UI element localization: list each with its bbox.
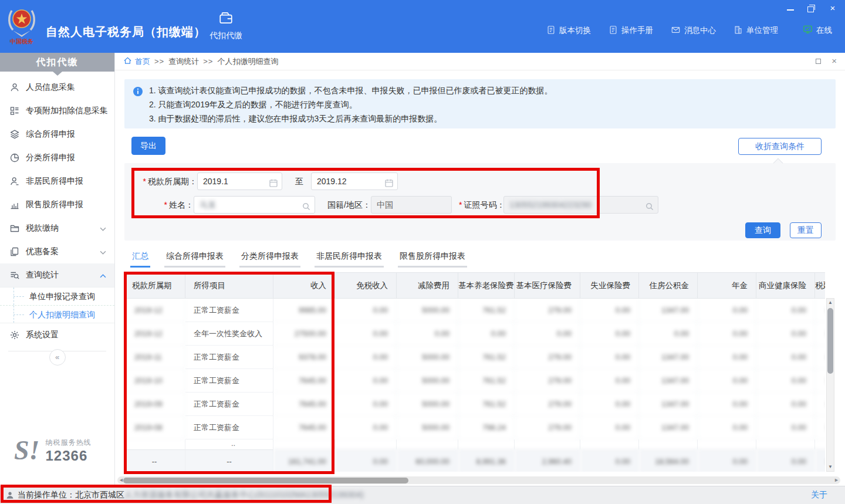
table-cell: 全年一次性奖金收入 xyxy=(185,322,273,346)
sidebar-item-3[interactable]: 分类所得申报 xyxy=(0,146,114,170)
top-link-4[interactable]: 在线 xyxy=(803,25,832,36)
table-cell: 5000.00 xyxy=(397,369,458,393)
horizontal-scrollbar[interactable]: ◄ ► xyxy=(117,476,840,484)
period-end-input[interactable]: 2019.12 xyxy=(311,172,398,190)
sidebar-item-1[interactable]: 专项附加扣除信息采集 xyxy=(0,99,114,123)
sidebar-header: 代扣代缴 xyxy=(0,53,114,72)
notice-line-3: 3. 由于数据处理的滞后性，建议您在申报成功3天之后再来查询最新的申报数据。 xyxy=(149,111,826,126)
tab-2[interactable]: 分类所得申报表 xyxy=(239,248,300,268)
tax-emblem-logo: 中国税务 xyxy=(6,5,38,48)
table-row: 2019-11正常工资薪金9378.000.005000.00761.52279… xyxy=(124,346,825,369)
top-link-2[interactable]: 消息中心 xyxy=(671,25,716,36)
panel-maximize-button[interactable] xyxy=(816,59,821,64)
chevron-down-icon xyxy=(100,247,106,256)
window-close-button[interactable]: × xyxy=(829,5,837,12)
tab-0[interactable]: 汇总 xyxy=(130,248,150,268)
table-cell: 0.00 xyxy=(815,346,825,369)
id-number-label: *证照号码： xyxy=(459,196,503,214)
column-header-10: 商业健康保险 xyxy=(756,273,815,298)
current-unit-label: 当前操作单位：北京市西城区 xyxy=(18,490,124,500)
table-cell: 0.00 xyxy=(639,322,698,346)
sidebar-subitem-1[interactable]: 个人扣缴明细查询 xyxy=(0,305,114,323)
table-cell: 1347.00 xyxy=(639,369,698,393)
collapse-filters-button[interactable]: 收折查询条件 xyxy=(738,138,822,155)
tab-3[interactable]: 非居民所得申报表 xyxy=(315,248,384,268)
gear-icon xyxy=(9,330,21,340)
column-header-4: 减除费用 xyxy=(397,273,458,298)
tab-4[interactable]: 限售股所得申报表 xyxy=(398,248,467,268)
scroll-down-arrow[interactable]: ▼ xyxy=(827,464,834,471)
breadcrumb-item-query-stats[interactable]: 查询统计 xyxy=(168,56,199,67)
calendar-icon[interactable] xyxy=(384,177,394,193)
export-button[interactable]: 导出 xyxy=(131,137,165,155)
breadcrumb: 首页 >> 查询统计 >> 个人扣缴明细查询 × xyxy=(115,53,845,70)
window-restore-button[interactable] xyxy=(807,5,816,12)
search-icon[interactable] xyxy=(645,200,654,217)
sidebar-item-6[interactable]: 税款缴纳 xyxy=(0,217,114,240)
sidebar-item-7[interactable]: 优惠备案 xyxy=(0,240,114,263)
table-cell: 7645.00 xyxy=(273,369,335,393)
table-cell: 9985.00 xyxy=(273,299,335,322)
module-tab-daikou[interactable]: 代扣代缴 xyxy=(207,11,245,41)
about-link[interactable]: 关于 xyxy=(811,490,827,500)
scroll-up-arrow[interactable]: ▲ xyxy=(827,299,834,306)
breadcrumb-home[interactable]: 首页 xyxy=(123,56,150,67)
table-row: ----161,741.000.0060,000.008,991.362,960… xyxy=(124,449,825,472)
sidebar-subitem-0[interactable]: 单位申报记录查询 xyxy=(0,287,114,305)
sidebar-item-9[interactable]: 系统设置 xyxy=(0,323,114,347)
table-cell: 2,960.40 xyxy=(515,449,580,472)
search-icon[interactable] xyxy=(302,200,311,217)
id-number-input[interactable]: 130552199304223290 xyxy=(503,196,658,214)
table-cell: 正常工资薪金 xyxy=(185,299,273,322)
table-cell xyxy=(756,439,815,449)
reset-button[interactable]: 重置 xyxy=(790,222,822,238)
table-cell: 279.00 xyxy=(515,393,580,416)
form-list-icon xyxy=(9,106,21,116)
table-cell: 1347.00 xyxy=(639,416,698,439)
vertical-scroll-thumb[interactable] xyxy=(827,308,833,374)
sidebar-item-2[interactable]: 综合所得申报 xyxy=(0,123,114,146)
table-cell xyxy=(458,439,515,449)
sidebar-item-4[interactable]: 非居民所得申报 xyxy=(0,170,114,193)
window-minimize-button[interactable] xyxy=(786,5,795,12)
panel-close-button[interactable]: × xyxy=(832,57,837,65)
calendar-icon[interactable] xyxy=(269,177,278,193)
sidebar-item-8[interactable]: 查询统计 xyxy=(0,263,114,287)
breadcrumb-item-current: 个人扣缴明细查询 xyxy=(217,56,278,67)
breadcrumb-separator: >> xyxy=(154,57,164,66)
table-cell: 2019-12 xyxy=(124,322,185,346)
table-cell: 18,564.00 xyxy=(639,449,698,472)
query-button[interactable]: 查询 xyxy=(745,222,780,238)
nationality-input: 中国 xyxy=(371,196,452,214)
table-cell: 0.00 xyxy=(815,369,825,393)
table-cell: 0.00 xyxy=(756,299,815,322)
sidebar-item-5[interactable]: 限售股所得申报 xyxy=(0,193,114,217)
table-cell xyxy=(124,439,185,449)
table-cell: 0.00 xyxy=(698,393,756,416)
table-cell: 0.00 xyxy=(458,322,515,346)
table-cell: 0.00 xyxy=(815,322,825,346)
table-cell: 0.00 xyxy=(756,393,815,416)
table-cell: 0.00 xyxy=(335,346,397,369)
breadcrumb-separator: >> xyxy=(203,57,213,66)
sidebar-item-0[interactable]: 人员信息采集 xyxy=(0,76,114,99)
hotline-number: 12366 xyxy=(45,448,91,464)
top-link-3[interactable]: 单位管理 xyxy=(734,25,778,36)
name-input[interactable]: 马某 xyxy=(194,196,315,214)
period-start-input[interactable]: 2019.1 xyxy=(197,172,282,190)
table-cell: 7645.00 xyxy=(273,393,335,416)
table-cell: 0.00 xyxy=(580,449,639,472)
table-cell xyxy=(698,439,756,449)
table-cell: 1347.00 xyxy=(639,299,698,322)
vertical-scrollbar[interactable]: ▲ ▼ xyxy=(826,298,834,472)
tab-1[interactable]: 综合所得申报表 xyxy=(164,248,225,268)
top-link-0[interactable]: 版本切换 xyxy=(546,25,591,36)
sidebar-collapse-button[interactable]: « xyxy=(49,349,66,366)
table-cell: 正常工资薪金 xyxy=(185,346,273,369)
table-cell: 0.00 xyxy=(580,393,639,416)
column-header-6: 基本医疗保险费 xyxy=(515,273,580,298)
scroll-right-arrow[interactable]: ► xyxy=(834,476,839,484)
horizontal-scroll-thumb[interactable] xyxy=(123,478,408,483)
top-link-1[interactable]: 操作手册 xyxy=(609,25,653,36)
table-cell: 0.00 xyxy=(335,369,397,393)
